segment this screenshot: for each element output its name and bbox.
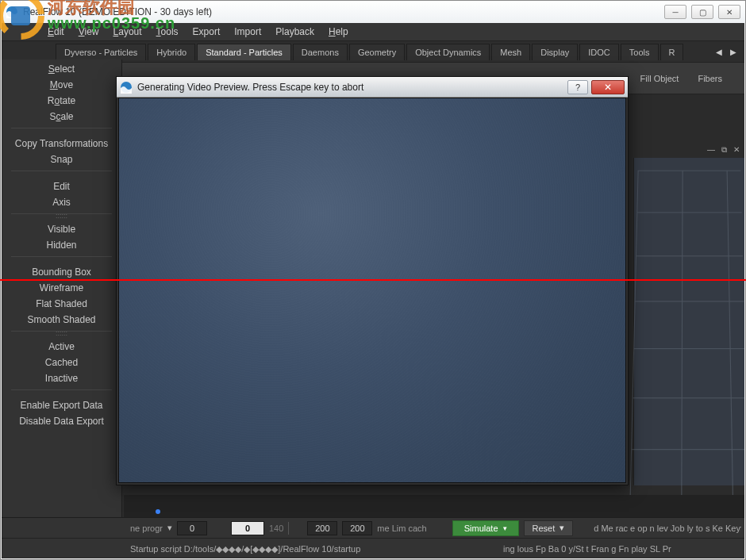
side-visible[interactable]: Visible bbox=[2, 221, 121, 237]
side-copy-transformations[interactable]: Copy Transformations bbox=[2, 136, 121, 152]
side-hidden[interactable]: Hidden bbox=[2, 237, 121, 253]
dialog-help-button[interactable]: ? bbox=[567, 80, 588, 94]
side-active[interactable]: Active bbox=[2, 339, 121, 355]
shelf-tab-mesh[interactable]: Mesh bbox=[491, 44, 530, 60]
maximize-button[interactable]: ▢ bbox=[691, 5, 713, 19]
frame-200b-field[interactable] bbox=[342, 521, 372, 535]
shelf-tab-hybrido[interactable]: Hybrido bbox=[148, 44, 195, 60]
shelf-tab-geometry[interactable]: Geometry bbox=[349, 44, 405, 60]
timeline[interactable] bbox=[124, 495, 744, 517]
menu-playback[interactable]: Playback bbox=[275, 26, 314, 37]
shelf-tab-tools[interactable]: Tools bbox=[621, 44, 659, 60]
progress-dropdown-icon[interactable]: ▾ bbox=[167, 523, 172, 533]
sidebar: Select Move Rotate Scale Copy Transforma… bbox=[2, 59, 122, 517]
shelf-tab-objdyn[interactable]: Object Dynamics bbox=[406, 44, 490, 60]
panel-close-icon[interactable]: ✕ bbox=[732, 145, 741, 155]
dialog-icon bbox=[120, 81, 133, 94]
side-enable-export[interactable]: Enable Export Data bbox=[2, 397, 121, 413]
frame-end-label: 140 bbox=[269, 524, 283, 533]
video-preview-dialog: Generating Video Preview. Press Escape k… bbox=[116, 76, 629, 485]
side-edit[interactable]: Edit bbox=[2, 178, 121, 194]
side-smooth-shaded[interactable]: Smooth Shaded bbox=[2, 312, 121, 328]
watermark-logo-icon bbox=[0, 0, 46, 41]
chevron-down-icon[interactable]: ▾ bbox=[560, 523, 564, 533]
startup-script-path: Startup script D:/tools/◆◆◆◆/◆[◆◆◆◆]/Rea… bbox=[130, 544, 424, 554]
timeline-marker-icon[interactable] bbox=[156, 509, 160, 514]
dialog-title: Generating Video Preview. Press Escape k… bbox=[137, 82, 363, 93]
shelf-tab-daemons[interactable]: Daemons bbox=[293, 44, 348, 60]
shelf-tab-dyverso[interactable]: Dyverso - Particles bbox=[56, 44, 146, 60]
viewport-grid[interactable] bbox=[633, 158, 744, 485]
dialog-titlebar[interactable]: Generating Video Preview. Press Escape k… bbox=[117, 77, 628, 98]
side-scale[interactable]: Scale bbox=[2, 109, 121, 125]
close-window-button[interactable]: ✕ bbox=[718, 5, 740, 19]
menu-help[interactable]: Help bbox=[329, 26, 348, 37]
side-cached[interactable]: Cached bbox=[2, 355, 121, 370]
side-axis[interactable]: Axis bbox=[2, 194, 121, 210]
overlay-red-line bbox=[0, 279, 746, 281]
menu-import[interactable]: Import bbox=[234, 26, 261, 37]
cache-label: me Lim cach bbox=[377, 524, 426, 533]
shelf-tab-standard[interactable]: Standard - Particles bbox=[197, 44, 291, 60]
shelf-tab-idoc[interactable]: IDOC bbox=[579, 44, 619, 60]
dialog-close-button[interactable]: ✕ bbox=[591, 80, 625, 94]
bottom-bar: ne progr ▾ 140 me Lim cach Simulate▾ Res… bbox=[2, 517, 744, 558]
side-bounding-box[interactable]: Bounding Box bbox=[2, 264, 121, 280]
side-move[interactable]: Move bbox=[2, 77, 121, 93]
frame-start-field[interactable] bbox=[177, 521, 207, 535]
side-flat-shaded[interactable]: Flat Shaded bbox=[2, 296, 121, 312]
side-select[interactable]: Select bbox=[2, 61, 121, 77]
shelf-right-arrow-icon[interactable]: ▶ bbox=[727, 46, 740, 58]
reset-button[interactable]: Reset▾ bbox=[524, 520, 574, 536]
frame-200a-field[interactable] bbox=[307, 521, 337, 535]
chevron-down-icon[interactable]: ▾ bbox=[503, 524, 507, 532]
progress-label: ne progr bbox=[130, 524, 163, 533]
video-preview-canvas bbox=[118, 98, 626, 483]
simulate-button[interactable]: Simulate▾ bbox=[452, 520, 519, 536]
right-status-2: ing lous Fp Ba 0 y/St t Fran g Fn play S… bbox=[503, 544, 741, 554]
side-rotate[interactable]: Rotate bbox=[2, 93, 121, 109]
shelf-left-arrow-icon[interactable]: ◀ bbox=[713, 46, 725, 58]
right-status-1: d Me rac e op n lev Job ly to s Ke Keyf … bbox=[594, 524, 741, 533]
tool-fibers[interactable]: Fibers bbox=[698, 74, 722, 83]
menu-export[interactable]: Export bbox=[193, 26, 221, 37]
svg-rect-3 bbox=[11, 6, 30, 25]
viewport-panel-header: — ⧉ ✕ bbox=[706, 145, 741, 155]
tool-fill-object[interactable]: Fill Object bbox=[640, 74, 679, 83]
window-buttons: ─ ▢ ✕ bbox=[664, 5, 740, 19]
side-snap[interactable]: Snap bbox=[2, 152, 121, 167]
frame-current-field[interactable] bbox=[231, 521, 264, 535]
minimize-button[interactable]: ─ bbox=[664, 5, 686, 19]
side-disable-export[interactable]: Disable Data Export bbox=[2, 413, 121, 429]
panel-float-icon[interactable]: ⧉ bbox=[720, 145, 729, 155]
shelf-tab-r[interactable]: R bbox=[660, 44, 684, 60]
shelf-tab-display[interactable]: Display bbox=[532, 44, 578, 60]
panel-dash-icon[interactable]: — bbox=[706, 145, 717, 155]
side-inactive[interactable]: Inactive bbox=[2, 370, 121, 386]
side-wireframe[interactable]: Wireframe bbox=[2, 280, 121, 296]
watermark-url: www.pc0359.cn bbox=[48, 14, 175, 33]
